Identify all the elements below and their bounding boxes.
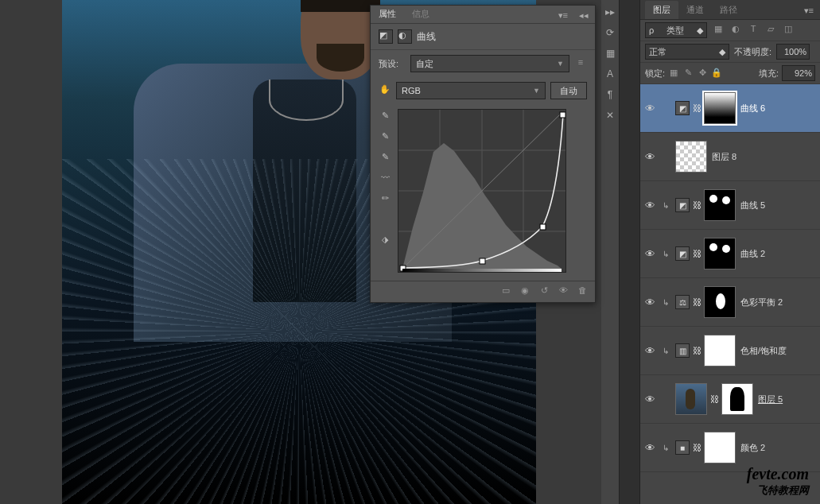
link-icon[interactable]: ⛓ [693,200,701,210]
layer-mask-thumb[interactable] [704,286,736,318]
layer-mask-thumb[interactable] [704,432,736,463]
filter-smart-icon[interactable]: ◫ [782,24,795,37]
layer-mask-thumb[interactable] [704,238,736,269]
tab-channels[interactable]: 通道 [678,1,712,19]
hand-icon[interactable]: ⬗ [379,235,391,247]
eyedropper-gray-icon[interactable]: ✎ [379,131,391,144]
link-icon[interactable]: ⛓ [693,346,701,355]
fill-label: 填充: [759,68,779,79]
dock-icon-1[interactable]: ▸▸ [601,3,619,21]
tab-info[interactable]: 信息 [404,6,437,23]
preset-select[interactable]: 自定▼ [410,55,569,72]
smooth-icon[interactable] [379,214,391,227]
preset-value: 自定 [416,58,433,70]
reset-icon[interactable]: ↺ [538,285,550,298]
history-icon[interactable]: ⟳ [601,24,619,41]
adjustment-title: 曲线 [417,30,436,44]
visibility-eye-icon[interactable]: 👁 [643,297,656,308]
visibility-eye-icon[interactable]: 👁 [643,248,656,260]
chevron-down-icon: ▼ [533,87,540,95]
preset-label: 预设: [379,58,406,70]
tab-layers[interactable]: 图层 [645,1,678,19]
visibility-eye-icon[interactable]: 👁 [643,103,656,114]
opacity-input[interactable]: 100% [776,44,810,60]
panel-menu-icon[interactable]: ▾≡ [554,8,573,23]
layer-row[interactable]: 👁↳⚖⛓色彩平衡 2 [640,278,820,327]
visibility-eye-icon[interactable]: 👁 [643,442,656,454]
lock-position-icon[interactable]: ✥ [697,68,708,79]
layer-name-label[interactable]: 图层 8 [712,151,736,163]
layer-name-label[interactable]: 图层 5 [758,394,783,405]
panel-collapse-icon[interactable]: ◂◂ [573,8,595,23]
layer-thumb[interactable] [675,141,707,173]
eyedropper-white-icon[interactable]: ✎ [379,152,391,165]
link-icon[interactable]: ⛓ [693,297,701,307]
layer-mask-thumb[interactable] [704,189,736,221]
visibility-eye-icon[interactable]: 👁 [643,200,656,211]
layer-mask-thumb[interactable] [704,335,736,366]
layer-name-label[interactable]: 曲线 6 [740,103,765,114]
layer-row[interactable]: 👁◩⛓曲线 6 [640,84,820,133]
target-adjust-icon[interactable]: ✋ [379,84,391,97]
trash-icon[interactable]: 🗑 [576,285,589,298]
lock-transparency-icon[interactable]: ▦ [668,68,679,79]
preset-menu-icon[interactable]: ≡ [574,57,587,70]
layer-name-label[interactable]: 色相/饱和度 [740,345,787,357]
tab-paths[interactable]: 路径 [712,1,745,19]
tab-properties[interactable]: 属性 [371,6,404,23]
layer-thumbs: ■⛓ [675,432,736,463]
view-previous-icon[interactable]: ◉ [519,285,531,298]
curves-graph[interactable] [398,109,566,273]
toggle-visibility-icon[interactable]: 👁 [557,285,569,298]
fill-input[interactable]: 92% [782,65,815,81]
clip-icon[interactable]: ▭ [499,285,512,298]
lock-pixels-icon[interactable]: ✎ [682,68,694,79]
curves-tool-column: ✎ ✎ ✎ 〰 ✏ ⬗ [379,109,393,273]
filter-shape-icon[interactable]: ▱ [764,24,777,37]
channel-select[interactable]: RGB▼ [396,82,546,99]
eyedropper-black-icon[interactable]: ✎ [379,110,391,123]
swatches-icon[interactable]: ▦ [601,45,619,62]
link-icon[interactable]: ⛓ [693,249,701,258]
curve-point-icon[interactable]: 〰 [379,173,391,185]
filter-pixel-icon[interactable]: ▦ [712,24,725,37]
layer-row[interactable]: 👁图层 8 [640,133,820,181]
filter-adjust-icon[interactable]: ◐ [729,24,742,37]
layer-mask-thumb[interactable] [704,92,736,124]
lock-label: 锁定: [645,68,665,79]
layer-name-label[interactable]: 曲线 5 [740,200,765,211]
visibility-eye-icon[interactable]: 👁 [643,345,656,357]
adjustment-thumb-icon: ◩ [675,198,690,212]
mask-icon[interactable]: ◐ [398,29,412,44]
layer-thumb[interactable] [675,383,707,415]
layers-panel-menu-icon[interactable]: ▾≡ [798,2,820,19]
adjustment-thumb-icon: ⚖ [675,295,690,309]
link-icon[interactable]: ⛓ [693,443,701,452]
clip-indicator-icon: ↳ [661,347,670,355]
blend-mode-value: 正常 [649,46,666,58]
layer-name-label[interactable]: 曲线 2 [740,248,765,260]
layer-name-label[interactable]: 色彩平衡 2 [740,297,783,308]
layer-kind-select[interactable]: ρ类型◆ [645,22,707,38]
link-icon[interactable]: ⛓ [710,394,718,404]
svg-rect-10 [480,258,485,264]
properties-panel: 属性 信息 ▾≡ ◂◂ ◩ ◐ 曲线 预设: 自定▼ ≡ ✋ RGB▼ 自动 ✎ [370,5,596,303]
character-icon[interactable]: A [601,65,619,83]
blend-mode-select[interactable]: 正常◆ [645,44,729,60]
visibility-eye-icon[interactable]: 👁 [643,151,656,163]
svg-rect-11 [540,224,546,230]
paragraph-icon[interactable]: ¶ [601,86,619,103]
layer-row[interactable]: 👁↳◩⛓曲线 5 [640,181,820,230]
layer-name-label[interactable]: 颜色 2 [740,442,765,454]
layer-row[interactable]: 👁↳▥⛓色相/饱和度 [640,327,820,375]
pencil-icon[interactable]: ✏ [379,193,391,206]
link-icon[interactable]: ⛓ [693,103,701,113]
auto-button[interactable]: 自动 [550,82,587,99]
layer-row[interactable]: 👁⛓图层 5 [640,375,820,424]
filter-type-icon[interactable]: T [747,24,760,37]
visibility-eye-icon[interactable]: 👁 [643,394,656,405]
lock-all-icon[interactable]: 🔒 [711,68,722,79]
tools-icon[interactable]: ✕ [601,107,619,124]
layer-row[interactable]: 👁↳◩⛓曲线 2 [640,230,820,278]
adjustment-thumb-icon: ◩ [675,246,690,261]
